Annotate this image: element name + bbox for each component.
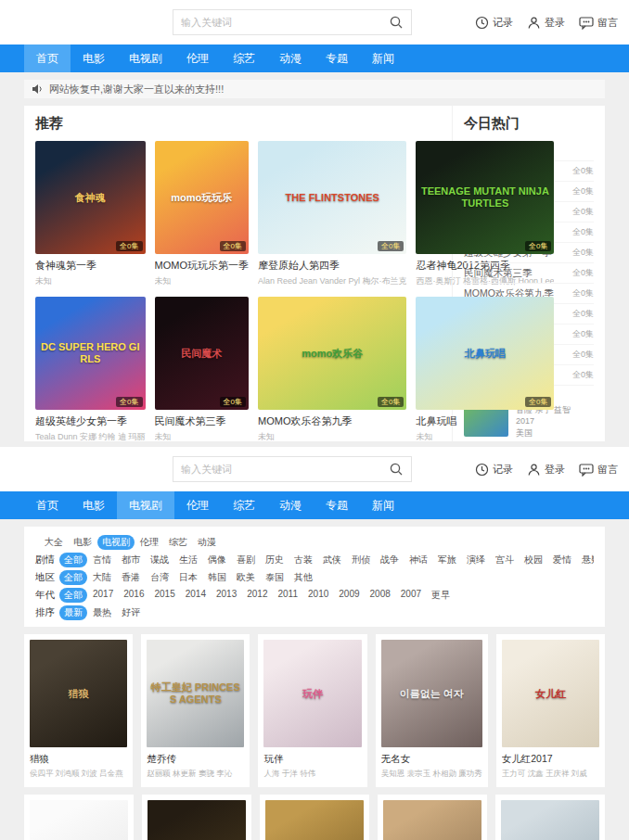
feedback-button[interactable]: 留言 xyxy=(579,16,618,30)
filter-chip[interactable]: 都市 xyxy=(117,553,145,567)
filter-chip[interactable]: 2015 xyxy=(150,588,180,603)
video-card[interactable]: THE FLINTSTONES 全0集 摩登原始人第四季 Alan Reed J… xyxy=(258,141,406,287)
filter-chip[interactable]: 谍战 xyxy=(146,553,173,567)
filter-chip[interactable]: 历史 xyxy=(261,553,289,567)
search-box[interactable] xyxy=(173,9,412,35)
filter-chip[interactable]: 韩国 xyxy=(203,570,231,585)
history-button[interactable]: 记录 xyxy=(475,16,513,30)
filter-chip[interactable]: 其他 xyxy=(289,570,317,585)
tv-card[interactable]: 特工皇妃 PRINCESS AGENTS 楚乔传 赵丽颖 林更新 窦骁 李沁 xyxy=(141,634,250,787)
filter-chip[interactable]: 全部 xyxy=(59,553,87,567)
filter-chip[interactable]: 动漫 xyxy=(193,535,221,550)
search-icon[interactable] xyxy=(389,462,404,477)
nav-item[interactable]: 电视剧 xyxy=(117,45,174,72)
hot-list-item[interactable]: 民间魔术第三季 全0集 xyxy=(464,263,594,284)
nav-item[interactable]: 动漫 xyxy=(267,491,314,519)
nav-item[interactable]: 专题 xyxy=(314,491,360,519)
filter-chip[interactable]: 最热 xyxy=(88,605,116,620)
nav-item[interactable]: 动漫 xyxy=(267,45,314,72)
tv-poster[interactable]: 特工皇妃 PRINCESS AGENTS xyxy=(147,640,244,747)
login-button[interactable]: 登录 xyxy=(527,463,565,477)
filter-chip[interactable]: 军旅 xyxy=(433,553,461,567)
filter-chip[interactable]: 伦理 xyxy=(135,535,163,550)
tv-card[interactable] xyxy=(378,795,487,840)
video-card[interactable]: 食神魂 全0集 食神魂第一季 未知 xyxy=(35,141,146,287)
tv-poster[interactable]: DOWNWARD DOG xyxy=(501,800,599,840)
filter-chip[interactable]: 2010 xyxy=(303,588,333,603)
filter-chip[interactable]: 2007 xyxy=(396,588,426,603)
tv-card[interactable] xyxy=(260,795,369,840)
filter-chip[interactable]: 全部 xyxy=(59,588,87,603)
video-poster[interactable]: THE FLINTSTONES 全0集 xyxy=(258,141,406,254)
filter-chip[interactable]: 宫斗 xyxy=(491,553,519,567)
filter-chip[interactable]: 言情 xyxy=(88,553,116,567)
tv-poster[interactable] xyxy=(265,800,364,840)
filter-chip[interactable]: 最新 xyxy=(59,605,87,620)
feedback-button[interactable]: 留言 xyxy=(579,463,618,477)
search-input[interactable] xyxy=(181,17,389,28)
filter-chip[interactable]: 悬疑 xyxy=(577,553,594,567)
filter-chip[interactable]: 更早 xyxy=(427,588,455,603)
tv-poster[interactable]: 女管家 xyxy=(148,800,246,840)
filter-chip[interactable]: 泰国 xyxy=(261,570,289,585)
video-card[interactable]: momo欢乐谷 全0集 MOMO欢乐谷第九季 未知 xyxy=(258,297,406,441)
filter-chip[interactable]: 大全 xyxy=(40,535,68,550)
filter-chip[interactable]: 综艺 xyxy=(164,535,192,550)
filter-chip[interactable]: 电视剧 xyxy=(97,535,135,550)
hot-item-title[interactable]: 民间魔术第三季 xyxy=(464,267,533,280)
filter-chip[interactable]: 古装 xyxy=(289,553,317,567)
tv-poster[interactable]: 猎狼 xyxy=(30,640,127,747)
tv-card[interactable]: 女儿红 女儿红2017 王力可 沈鑫 王庆祥 刘威 xyxy=(496,634,605,787)
filter-chip[interactable]: 欧美 xyxy=(232,570,260,585)
filter-chip[interactable]: 战争 xyxy=(376,553,404,567)
filter-chip[interactable]: 爱情 xyxy=(548,553,576,567)
filter-chip[interactable]: 2012 xyxy=(242,588,272,603)
filter-chip[interactable]: 2008 xyxy=(366,588,395,603)
nav-item[interactable]: 电影 xyxy=(71,491,117,519)
tv-poster[interactable]: 玩伴 xyxy=(263,640,361,747)
tv-poster[interactable] xyxy=(30,800,128,840)
filter-chip[interactable]: 香港 xyxy=(117,570,145,585)
search-input-2[interactable] xyxy=(181,464,389,475)
tv-card[interactable]: 이름없는 여자 无名女 吴知恩 裴宗玉 朴相勋 廉功秀 xyxy=(376,634,488,787)
filter-chip[interactable]: 2014 xyxy=(181,588,211,603)
tv-title[interactable]: 无名女 xyxy=(381,753,482,766)
filter-chip[interactable]: 2017 xyxy=(88,588,118,603)
video-title[interactable]: MOMO欢乐谷第九季 xyxy=(258,414,406,428)
video-card[interactable]: 民间魔术 全0集 民间魔术第三季 未知 xyxy=(155,297,249,441)
search-icon[interactable] xyxy=(389,15,404,30)
filter-chip[interactable]: 好评 xyxy=(117,605,145,620)
tv-card[interactable]: DOWNWARD DOG xyxy=(495,795,605,840)
filter-chip[interactable]: 大陆 xyxy=(88,570,116,585)
search-box-2[interactable] xyxy=(173,456,412,482)
filter-chip[interactable]: 2016 xyxy=(119,588,148,603)
nav-item[interactable]: 新闻 xyxy=(360,491,406,519)
filter-chip[interactable]: 武侠 xyxy=(318,553,346,567)
video-title[interactable]: 摩登原始人第四季 xyxy=(258,259,406,273)
video-poster[interactable]: 食神魂 全0集 xyxy=(35,141,146,254)
filter-chip[interactable]: 2013 xyxy=(212,588,241,603)
video-title[interactable]: 民间魔术第三季 xyxy=(155,414,249,428)
tv-title[interactable]: 玩伴 xyxy=(263,753,361,766)
video-title[interactable]: MOMO玩玩乐第一季 xyxy=(155,259,249,273)
nav-item[interactable]: 首页 xyxy=(24,491,71,519)
tv-poster[interactable]: 이름없는 여자 xyxy=(381,640,482,747)
login-button[interactable]: 登录 xyxy=(527,16,565,30)
tv-card[interactable] xyxy=(24,795,134,840)
filter-chip[interactable]: 演绎 xyxy=(462,553,490,567)
nav-item[interactable]: 伦理 xyxy=(174,45,221,72)
filter-chip[interactable]: 电影 xyxy=(69,535,96,550)
video-poster[interactable]: momo玩玩乐 全0集 xyxy=(155,141,249,254)
filter-chip[interactable]: 台湾 xyxy=(146,570,173,585)
video-poster[interactable]: TEENAGE MUTANT NINJA TURTLES 全0集 xyxy=(416,141,554,254)
tv-card[interactable]: 猎狼 猎狼 侯四平 刘鸿顺 刘波 吕金燕 xyxy=(24,634,133,787)
filter-chip[interactable]: 刑侦 xyxy=(347,553,375,567)
nav-item[interactable]: 专题 xyxy=(314,45,360,72)
filter-chip[interactable]: 偶像 xyxy=(203,553,231,567)
tv-card[interactable]: 女管家 xyxy=(142,795,251,840)
tv-poster[interactable]: 女儿红 xyxy=(502,640,599,747)
tv-poster[interactable] xyxy=(383,800,481,840)
nav-item[interactable]: 综艺 xyxy=(221,45,267,72)
video-poster[interactable]: DC SUPER HERO GIRLS 全0集 xyxy=(35,297,146,410)
nav-item[interactable]: 首页 xyxy=(24,45,71,72)
